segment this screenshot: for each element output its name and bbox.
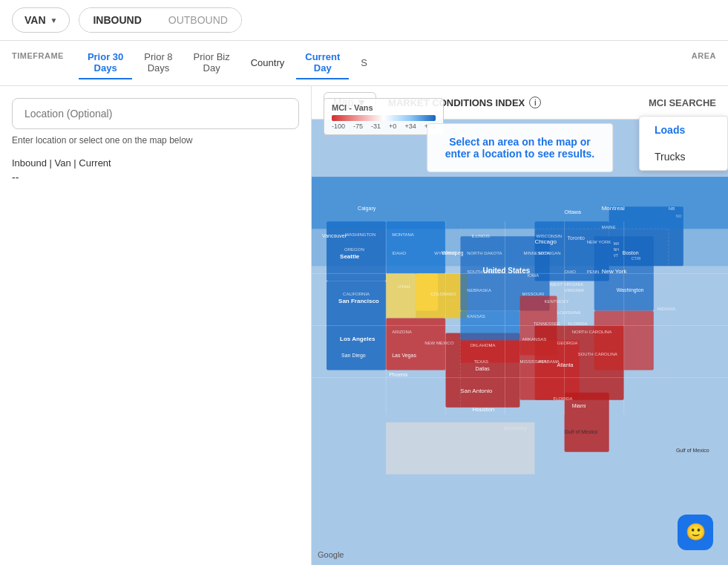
inbound-tab[interactable]: INBOUND bbox=[79, 8, 154, 32]
svg-text:TENNESSEE: TENNESSEE bbox=[534, 322, 560, 327]
svg-text:Houston: Houston bbox=[472, 406, 494, 413]
svg-text:ARIZONA: ARIZONA bbox=[392, 330, 412, 334]
legend-mid3: +0 bbox=[389, 123, 396, 130]
svg-text:CALIFORNIA: CALIFORNIA bbox=[343, 292, 370, 296]
svg-text:Chicago: Chicago bbox=[535, 238, 557, 245]
right-panel: Map ▼ MARKET CONDITIONS INDEX i MCI SEAR… bbox=[312, 86, 728, 565]
top-bar: VAN ▼ NEW! INBOUND OUTBOUND bbox=[0, 0, 728, 41]
map-legend: MCI - Vans -100 -75 -31 +0 +34 +41 bbox=[324, 98, 444, 135]
svg-text:New York: New York bbox=[602, 268, 628, 275]
svg-text:PENN: PENN bbox=[587, 270, 600, 274]
van-button[interactable]: VAN ▼ bbox=[12, 7, 70, 33]
svg-rect-2 bbox=[386, 221, 445, 273]
svg-text:Miami: Miami bbox=[572, 403, 586, 408]
legend-mid2: -31 bbox=[371, 123, 381, 130]
svg-text:Gulf of Mexico: Gulf of Mexico bbox=[676, 448, 709, 453]
map-select-line1: Select an area on the map or bbox=[445, 136, 595, 148]
svg-rect-14 bbox=[520, 341, 580, 400]
priorbiz-option[interactable]: Prior BizDay bbox=[185, 47, 239, 79]
svg-text:MISSOURI: MISSOURI bbox=[522, 292, 545, 296]
svg-text:LOUISIANA: LOUISIANA bbox=[557, 310, 581, 315]
left-panel: Enter location or select one on the map … bbox=[0, 86, 312, 565]
svg-text:VIRGINIA: VIRGINIA bbox=[565, 288, 584, 293]
svg-text:FLORIDA: FLORIDA bbox=[554, 396, 573, 401]
svg-text:WEST VIRGINIA: WEST VIRGINIA bbox=[550, 282, 583, 287]
legend-mid5: +34 bbox=[404, 123, 416, 130]
svg-text:VT: VT bbox=[614, 253, 618, 258]
main-content: Enter location or select one on the map … bbox=[0, 86, 728, 565]
svg-text:UTAH: UTAH bbox=[398, 284, 410, 289]
van-label: VAN bbox=[24, 14, 46, 26]
svg-text:NORTH DAKOTA: NORTH DAKOTA bbox=[467, 251, 502, 255]
van-dropdown-arrow: ▼ bbox=[50, 16, 58, 25]
svg-text:Calgary: Calgary bbox=[358, 206, 376, 212]
svg-text:KENTUCKY: KENTUCKY bbox=[545, 299, 569, 304]
svg-text:IOWA: IOWA bbox=[528, 273, 540, 278]
timeframe-options: Prior 30Days Prior 8Days Prior BizDay Co… bbox=[79, 47, 662, 79]
svg-text:NEBRASKA: NEBRASKA bbox=[467, 288, 491, 293]
svg-text:NO: NO bbox=[676, 214, 682, 218]
svg-text:Toronto: Toronto bbox=[568, 235, 585, 241]
inbound-outbound-toggle: NEW! INBOUND OUTBOUND bbox=[79, 7, 241, 33]
svg-text:WISCONSIN: WISCONSIN bbox=[537, 234, 563, 238]
svg-text:San Diego: San Diego bbox=[341, 353, 366, 359]
svg-text:OKLAHOMA: OKLAHOMA bbox=[470, 343, 495, 347]
loads-trucks-dropdown: Loads Trucks bbox=[639, 116, 728, 171]
svg-text:Ottawa: Ottawa bbox=[565, 209, 581, 215]
svg-text:ALABAMA: ALABAMA bbox=[539, 359, 560, 364]
svg-text:ARKANSAS: ARKANSAS bbox=[522, 337, 547, 342]
mci-searched-label: MCI SEARCHE bbox=[649, 97, 716, 108]
legend-labels: -100 -75 -31 +0 +34 +41 bbox=[332, 123, 436, 130]
prior30-option[interactable]: Prior 30Days bbox=[79, 47, 132, 79]
breadcrumb: Inbound | Van | Current bbox=[12, 157, 299, 169]
svg-text:COLORADO: COLORADO bbox=[430, 292, 456, 296]
svg-text:Seattle: Seattle bbox=[340, 253, 360, 260]
svg-text:Washington: Washington bbox=[617, 287, 644, 293]
legend-min: -100 bbox=[332, 123, 345, 130]
chat-icon: 🙂 bbox=[686, 523, 706, 542]
svg-text:Las Vegas: Las Vegas bbox=[392, 353, 416, 359]
svg-text:Gulf of Mexico: Gulf of Mexico bbox=[565, 429, 598, 434]
chat-button[interactable]: 🙂 bbox=[678, 515, 713, 550]
legend-bar bbox=[332, 115, 436, 121]
new-badge: NEW! bbox=[196, 7, 219, 9]
svg-rect-20 bbox=[312, 177, 728, 229]
svg-text:Boston: Boston bbox=[623, 250, 639, 255]
svg-text:ILLINOIS: ILLINOIS bbox=[471, 234, 490, 238]
location-input[interactable] bbox=[12, 98, 299, 129]
legend-mid1: -75 bbox=[353, 123, 363, 130]
google-label: Google bbox=[318, 550, 344, 559]
map-select-line2: enter a location to see results. bbox=[445, 148, 595, 160]
svg-text:Phoenix: Phoenix bbox=[389, 372, 408, 377]
svg-text:SOUTH CAROLINA: SOUTH CAROLINA bbox=[578, 352, 617, 356]
svg-text:INDIANA: INDIANA bbox=[658, 307, 675, 311]
svg-text:OHIO: OHIO bbox=[565, 270, 577, 274]
svg-text:WYOMING: WYOMING bbox=[434, 251, 456, 255]
current-option[interactable]: CurrentDay bbox=[296, 47, 349, 79]
info-icon[interactable]: i bbox=[529, 97, 541, 108]
svg-text:OREGON: OREGON bbox=[344, 247, 364, 252]
prior8-option[interactable]: Prior 8Days bbox=[135, 47, 181, 79]
loads-option[interactable]: Loads bbox=[640, 117, 727, 143]
svg-text:MA: MA bbox=[614, 241, 620, 246]
area-label: AREA bbox=[692, 51, 716, 60]
trucks-option[interactable]: Trucks bbox=[640, 143, 727, 170]
breadcrumb-dash: -- bbox=[12, 172, 299, 183]
svg-text:Vancouver: Vancouver bbox=[322, 233, 347, 238]
svg-text:NEW YORK: NEW YORK bbox=[587, 240, 611, 244]
svg-text:NB: NB bbox=[669, 206, 675, 211]
location-hint: Enter location or select one on the map … bbox=[12, 135, 299, 146]
timeframe-section: TIMEFRAME Prior 30Days Prior 8Days Prior… bbox=[0, 41, 728, 86]
svg-rect-17 bbox=[565, 393, 609, 452]
svg-text:MICHIGAN: MICHIGAN bbox=[539, 251, 561, 255]
s-option[interactable]: S bbox=[352, 47, 376, 79]
svg-text:TEXAS: TEXAS bbox=[473, 359, 488, 364]
svg-text:Montreal: Montreal bbox=[602, 205, 625, 212]
svg-text:Monterrey: Monterrey bbox=[503, 425, 527, 431]
timeframe-label: TIMEFRAME bbox=[12, 51, 64, 60]
svg-text:San Francisco: San Francisco bbox=[338, 298, 379, 304]
svg-text:GEORGIA: GEORGIA bbox=[557, 341, 578, 345]
outbound-tab[interactable]: OUTBOUND bbox=[155, 8, 241, 32]
country-option[interactable]: Country bbox=[242, 47, 294, 79]
svg-text:San Antonio: San Antonio bbox=[460, 388, 493, 394]
